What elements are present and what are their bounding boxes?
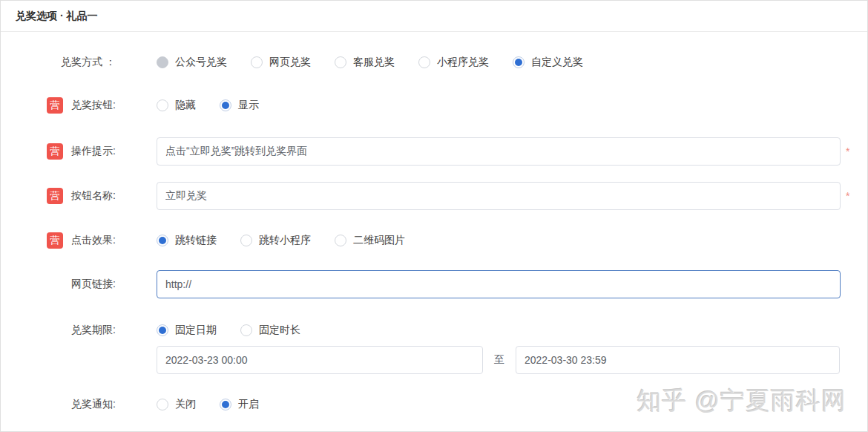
redeem-options-panel: 兑奖选项 · 礼品一 兑奖方式 ： 公众号兑奖网页兑奖客服兑奖小程序兑奖自定义兑… <box>0 0 868 432</box>
redeem-period-radio-group: 固定日期固定时长 <box>157 324 324 337</box>
form-row-click-effect: 营 点击效果: 跳转链接跳转小程序二维码图片 <box>1 232 867 249</box>
radio-selected-icon <box>220 99 231 111</box>
radio-unselected-icon <box>240 324 252 336</box>
field-label: 兑奖按钮: <box>71 99 116 112</box>
radio-label: 小程序兑奖 <box>437 56 489 69</box>
required-asterisk: * <box>846 145 849 157</box>
radio-off[interactable]: 关闭 <box>157 398 196 411</box>
radio-on[interactable]: 开启 <box>220 398 259 411</box>
radio-fixed-duration[interactable]: 固定时长 <box>240 324 300 337</box>
radio-label: 跳转链接 <box>175 234 217 247</box>
radio-jump-mini-program[interactable]: 跳转小程序 <box>240 234 311 247</box>
field-label: 兑奖期限: <box>71 324 116 337</box>
radio-label: 隐藏 <box>175 99 196 112</box>
form-row-redeem-button: 营 兑奖按钮: 隐藏显示 <box>1 96 867 114</box>
button-name-label-col: 营 按钮名称: <box>47 189 157 203</box>
form-row-button-name: 营 按钮名称: * <box>1 182 867 210</box>
redeem-button-label-col: 营 兑奖按钮: <box>47 99 157 112</box>
radio-dot <box>222 102 229 109</box>
redeem-method-radio-group: 公众号兑奖网页兑奖客服兑奖小程序兑奖自定义兑奖 <box>157 56 607 69</box>
field-label: 兑奖方式 ： <box>61 56 116 69</box>
radio-unselected-icon <box>240 235 252 246</box>
field-label: 按钮名称: <box>71 189 116 203</box>
radio-unselected-icon <box>418 56 430 68</box>
radio-label: 跳转小程序 <box>259 234 311 247</box>
radio-dot <box>159 237 166 244</box>
radio-customer-service[interactable]: 客服兑奖 <box>335 56 395 69</box>
required-asterisk: * <box>846 190 849 202</box>
click-effect-radio-group: 跳转链接跳转小程序二维码图片 <box>157 234 429 247</box>
start-date-input[interactable] <box>157 346 483 374</box>
radio-label: 自定义兑奖 <box>531 56 583 69</box>
marketing-badge: 营 <box>47 232 63 249</box>
web-link-input[interactable] <box>157 270 841 298</box>
field-label: 操作提示: <box>71 145 116 158</box>
radio-unselected-icon <box>157 56 168 68</box>
redeem-button-radio-group: 隐藏显示 <box>157 99 283 112</box>
redeem-period-label-col: 兑奖期限: <box>47 324 157 337</box>
radio-unselected-icon <box>157 399 168 410</box>
radio-selected-icon <box>157 235 168 246</box>
radio-label: 公众号兑奖 <box>175 56 227 69</box>
radio-label: 固定日期 <box>175 324 217 337</box>
web-link-label-col: 网页链接: <box>47 278 157 291</box>
radio-jump-link[interactable]: 跳转链接 <box>157 234 217 247</box>
radio-label: 固定时长 <box>259 324 300 337</box>
page-title: 兑奖选项 · 礼品一 <box>16 10 97 23</box>
click-effect-label-col: 营 点击效果: <box>47 234 157 247</box>
field-label: 兑奖通知: <box>71 398 116 411</box>
form-row-redeem-period: 兑奖期限: 固定日期固定时长 <box>1 321 867 339</box>
radio-unselected-icon <box>251 56 263 68</box>
radio-unselected-icon <box>335 235 346 246</box>
form-row-operation-tip: 营 操作提示: * <box>1 137 867 166</box>
panel-header: 兑奖选项 · 礼品一 <box>1 1 867 32</box>
date-range-separator: 至 <box>494 353 504 367</box>
radio-qrcode-image[interactable]: 二维码图片 <box>335 234 405 247</box>
field-label: 网页链接: <box>71 278 116 291</box>
radio-fixed-date[interactable]: 固定日期 <box>157 324 217 337</box>
radio-label: 二维码图片 <box>353 234 405 247</box>
marketing-badge: 营 <box>47 188 63 204</box>
radio-label: 网页兑奖 <box>269 56 311 69</box>
marketing-badge: 营 <box>47 97 63 114</box>
radio-official-account[interactable]: 公众号兑奖 <box>157 56 227 69</box>
radio-custom[interactable]: 自定义兑奖 <box>513 56 583 69</box>
radio-show[interactable]: 显示 <box>220 99 259 112</box>
operation-tip-label-col: 营 操作提示: <box>47 145 157 158</box>
radio-dot <box>515 59 522 66</box>
form-row-date-range: 至 <box>1 346 867 374</box>
field-label: 点击效果: <box>71 234 116 247</box>
radio-dot <box>222 401 229 408</box>
redeem-notice-radio-group: 关闭开启 <box>157 398 283 411</box>
marketing-badge: 营 <box>47 143 63 160</box>
form-row-redeem-notice: 兑奖通知: 关闭开启 <box>1 396 867 413</box>
radio-unselected-icon <box>157 99 168 111</box>
radio-selected-icon <box>157 324 168 336</box>
operation-tip-input[interactable] <box>157 137 841 166</box>
end-date-input[interactable] <box>516 346 840 374</box>
button-name-input[interactable] <box>157 182 841 210</box>
radio-label: 客服兑奖 <box>353 56 395 69</box>
radio-unselected-icon <box>335 56 346 68</box>
form-row-redeem-method: 兑奖方式 ： 公众号兑奖网页兑奖客服兑奖小程序兑奖自定义兑奖 <box>1 53 867 71</box>
redeem-notice-label-col: 兑奖通知: <box>47 398 157 411</box>
radio-webpage[interactable]: 网页兑奖 <box>251 56 311 69</box>
redeem-method-label-col: 兑奖方式 ： <box>47 56 157 69</box>
radio-label: 开启 <box>238 398 259 411</box>
radio-selected-icon <box>220 399 231 410</box>
radio-selected-icon <box>513 56 525 68</box>
radio-hide[interactable]: 隐藏 <box>157 99 196 112</box>
form-row-web-link: 网页链接: <box>1 270 867 298</box>
radio-label: 显示 <box>238 99 259 112</box>
radio-mini-program[interactable]: 小程序兑奖 <box>418 56 489 69</box>
radio-label: 关闭 <box>175 398 196 411</box>
radio-dot <box>159 327 166 334</box>
